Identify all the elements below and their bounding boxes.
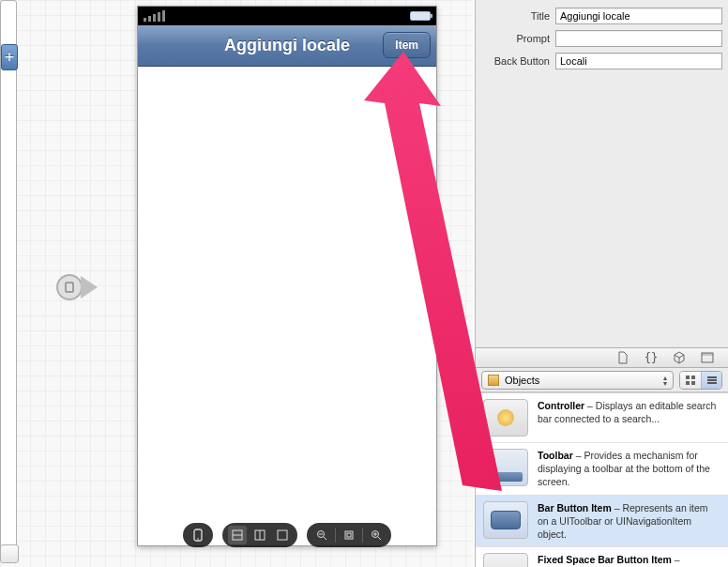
inspector-panel: Title Prompt Back Button {} Objects ▴▾ [475,0,728,567]
left-scene-fragment: + [0,0,17,554]
lib-tab-code-icon[interactable]: {} [644,351,659,364]
add-button[interactable]: + [1,44,18,70]
attributes-section: Title Prompt Back Button [476,0,728,75]
list-item-text: Controller – Displays an editable search… [538,399,720,437]
svg-rect-19 [686,375,690,379]
lib-tab-media-icon[interactable] [700,351,715,364]
backbutton-field[interactable] [555,53,722,69]
svg-line-9 [324,537,326,540]
toolbar-thumb-icon [483,449,528,486]
list-item[interactable]: Toolbar – Provides a mechanism for displ… [476,443,728,496]
svg-point-2 [197,538,199,540]
lib-tab-file-icon[interactable] [615,351,630,364]
object-cube-icon [488,375,499,386]
lib-tab-object-icon[interactable] [672,351,687,364]
zoom-fit-icon[interactable] [340,526,358,544]
canvas-bottom-toolbar [183,523,391,547]
segue-arrow[interactable] [56,274,98,300]
layout-opt1-icon[interactable] [228,526,247,544]
device-phone-icon[interactable] [189,526,207,544]
prompt-label: Prompt [476,33,555,44]
svg-rect-18 [702,353,713,356]
svg-rect-12 [347,533,351,537]
library-picker-row: Objects ▴▾ [476,368,728,392]
list-view-icon[interactable] [701,372,721,389]
library-category-select[interactable]: Objects ▴▾ [481,371,674,390]
device-pill[interactable] [183,523,213,547]
svg-rect-11 [345,531,353,539]
navigation-bar[interactable]: Aggiungi locale Item [138,25,436,67]
library-category-label: Objects [505,375,539,386]
library-tab-bar: {} [476,347,728,368]
svg-rect-7 [278,530,287,540]
bottom-left-fragment [0,544,19,563]
title-label: Title [476,10,555,22]
list-item[interactable]: Fixed Space Bar Button Item – Represents… [476,547,728,567]
segue-arrowhead-icon [81,276,98,299]
list-item-text: Fixed Space Bar Button Item – Represents… [538,553,720,567]
nav-title: Aggiungi locale [224,36,350,55]
simulated-iphone-view[interactable]: Aggiungi locale Item [137,6,437,546]
svg-rect-21 [686,381,690,385]
battery-icon [410,11,431,21]
view-content[interactable] [138,67,436,508]
fixedspace-thumb-icon [483,553,528,567]
zoom-pill[interactable] [307,523,391,547]
controller-thumb-icon [483,399,528,437]
list-item-text: Toolbar – Provides a mechanism for displ… [538,449,720,489]
segue-node-icon [56,274,83,300]
grid-view-icon[interactable] [680,372,701,389]
object-library-list[interactable]: Controller – Displays an editable search… [476,392,728,567]
barbutton-thumb-icon [483,501,528,539]
svg-rect-0 [66,283,73,292]
zoom-out-icon[interactable] [312,526,331,544]
signal-icon [144,10,165,22]
storyboard-canvas[interactable]: + Aggiungi locale Item [0,0,473,567]
updown-caret-icon: ▴▾ [663,375,667,387]
list-item[interactable]: Controller – Displays an editable search… [476,393,728,443]
svg-rect-22 [691,381,695,385]
prompt-field[interactable] [555,30,722,47]
layout-opt2-icon[interactable] [250,526,269,544]
backbutton-label: Back Button [476,55,555,67]
svg-line-14 [378,537,381,540]
library-view-mode[interactable] [679,371,722,390]
layout-pill[interactable] [222,523,297,547]
svg-rect-20 [691,375,695,379]
layout-opt3-icon[interactable] [273,526,292,544]
nav-right-bar-button[interactable]: Item [383,32,431,58]
list-item-text: Bar Button Item – Represents an item on … [538,501,720,542]
status-bar [138,7,436,25]
zoom-in-icon[interactable] [367,526,386,544]
title-field[interactable] [555,8,722,24]
list-item[interactable]: Bar Button Item – Represents an item on … [476,496,728,548]
